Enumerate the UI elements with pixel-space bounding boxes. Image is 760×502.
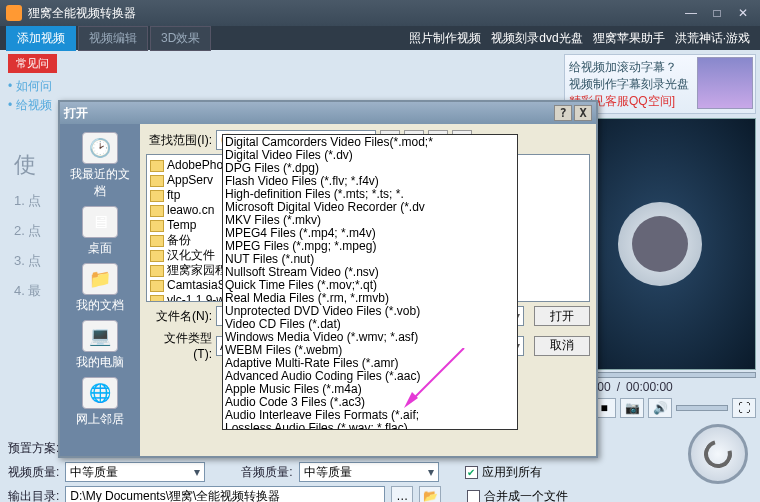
- apply-all-checkbox[interactable]: ✔: [465, 466, 478, 479]
- place-mydocs[interactable]: 📁我的文档: [65, 261, 135, 316]
- tab-3d-fx[interactable]: 3D效果: [150, 26, 211, 51]
- place-desktop[interactable]: 🖥桌面: [65, 204, 135, 259]
- audio-quality-select[interactable]: 中等质量▾: [299, 462, 439, 482]
- snapshot-button[interactable]: 📷: [620, 398, 644, 418]
- apply-all-label: 应用到所有: [482, 464, 542, 481]
- chevron-down-icon: ▾: [194, 465, 200, 479]
- faq-item[interactable]: • 给视频: [8, 97, 52, 114]
- film-reel-icon: [618, 202, 702, 286]
- convert-icon: [699, 435, 737, 473]
- top-links: 照片制作视频 视频刻录dvd光盘 狸窝苹果助手 洪荒神话·游戏: [409, 30, 750, 47]
- minimize-button[interactable]: —: [680, 5, 702, 21]
- folder-icon: [150, 265, 164, 277]
- folder-label: 备份: [167, 233, 191, 248]
- lookin-label: 查找范围(I):: [146, 132, 212, 149]
- close-button[interactable]: ✕: [732, 5, 754, 21]
- cancel-button[interactable]: 取消: [534, 336, 590, 356]
- volume-slider[interactable]: [676, 405, 728, 411]
- folder-icon: [150, 190, 164, 202]
- time-sep: /: [617, 380, 620, 394]
- open-outdir-button[interactable]: 📂: [419, 486, 441, 502]
- video-quality-select[interactable]: 中等质量▾: [65, 462, 205, 482]
- place-mycomputer[interactable]: 💻我的电脑: [65, 318, 135, 373]
- places-bar: 🕑我最近的文档 🖥桌面 📁我的文档 💻我的电脑 🌐网上邻居: [60, 124, 140, 456]
- folder-label: Temp: [167, 218, 196, 233]
- preset-label: 预置方案:: [8, 440, 59, 457]
- folder-icon: [150, 160, 164, 172]
- dialog-titlebar: 打开 ? X: [60, 102, 596, 124]
- fullscreen-button[interactable]: ⛶: [732, 398, 756, 418]
- filetype-dropdown-list[interactable]: Digital Camcorders Video Files(*.mod;*Di…: [222, 134, 518, 430]
- link-photo-video[interactable]: 照片制作视频: [409, 30, 481, 47]
- outdir-label: 输出目录:: [8, 488, 59, 503]
- aq-label: 音频质量:: [241, 464, 292, 481]
- volume-button[interactable]: 🔊: [648, 398, 672, 418]
- time-total: 00:00:00: [626, 380, 673, 394]
- folder-label: AppServ: [167, 173, 213, 188]
- folder-icon: [150, 235, 164, 247]
- faq-bullets: • 如何问 • 给视频: [8, 76, 52, 116]
- folder-icon: [150, 205, 164, 217]
- folder-label: leawo.cn: [167, 203, 214, 218]
- network-icon: 🌐: [82, 377, 118, 409]
- link-game[interactable]: 洪荒神话·游戏: [675, 30, 750, 47]
- titlebar: 狸窝全能视频转换器 — □ ✕: [0, 0, 760, 26]
- folder-label: 汉化文件: [167, 248, 215, 263]
- filename-label: 文件名(N):: [146, 308, 212, 325]
- place-label: 我的文档: [76, 298, 124, 312]
- open-button[interactable]: 打开: [534, 306, 590, 326]
- chevron-down-icon: ▾: [428, 465, 434, 479]
- place-network[interactable]: 🌐网上邻居: [65, 375, 135, 430]
- place-label: 我的电脑: [76, 355, 124, 369]
- browse-outdir-button[interactable]: …: [391, 486, 413, 502]
- window-title: 狸窝全能视频转换器: [28, 5, 676, 22]
- tab-add-video[interactable]: 添加视频: [6, 26, 76, 51]
- aq-value: 中等质量: [304, 464, 352, 481]
- folder-icon: [150, 220, 164, 232]
- tab-edit-video[interactable]: 视频编辑: [78, 26, 148, 51]
- link-apple-helper[interactable]: 狸窝苹果助手: [593, 30, 665, 47]
- desktop-icon: 🖥: [82, 206, 118, 238]
- folder-icon: [150, 280, 164, 292]
- dialog-title: 打开: [64, 105, 554, 122]
- folder-label: vlc-1.1.9-wi: [167, 293, 228, 302]
- outdir-value: D:\My Documents\狸窝\全能视频转换器: [70, 488, 280, 503]
- merge-checkbox[interactable]: [467, 490, 480, 503]
- merge-label: 合并成一个文件: [484, 488, 568, 503]
- recent-icon: 🕑: [82, 132, 118, 164]
- dialog-help-button[interactable]: ?: [554, 105, 572, 121]
- place-label: 桌面: [88, 241, 112, 255]
- place-recent[interactable]: 🕑我最近的文档: [65, 130, 135, 202]
- convert-button[interactable]: [688, 424, 748, 484]
- dialog-close-button[interactable]: X: [574, 105, 592, 121]
- faq-item[interactable]: • 如何问: [8, 78, 52, 95]
- vq-value: 中等质量: [70, 464, 118, 481]
- place-label: 网上邻居: [76, 412, 124, 426]
- app-logo-icon: [6, 5, 22, 21]
- folder-icon: [150, 250, 164, 262]
- vq-label: 视频质量:: [8, 464, 59, 481]
- maximize-button[interactable]: □: [706, 5, 728, 21]
- folder-icon: [150, 175, 164, 187]
- mydocs-icon: 📁: [82, 263, 118, 295]
- faq-badge[interactable]: 常见问: [8, 54, 57, 73]
- mycomputer-icon: 💻: [82, 320, 118, 352]
- folder-icon: [150, 295, 164, 303]
- outdir-field[interactable]: D:\My Documents\狸窝\全能视频转换器: [65, 486, 385, 502]
- filetype-option[interactable]: Lossless Audio Files (*.wav; *.flac): [225, 422, 515, 430]
- link-burn-dvd[interactable]: 视频刻录dvd光盘: [491, 30, 582, 47]
- promo-image: [697, 57, 753, 109]
- filetype-label: 文件类型(T):: [146, 330, 212, 361]
- folder-label: ftp: [167, 188, 180, 203]
- place-label: 我最近的文档: [70, 167, 130, 198]
